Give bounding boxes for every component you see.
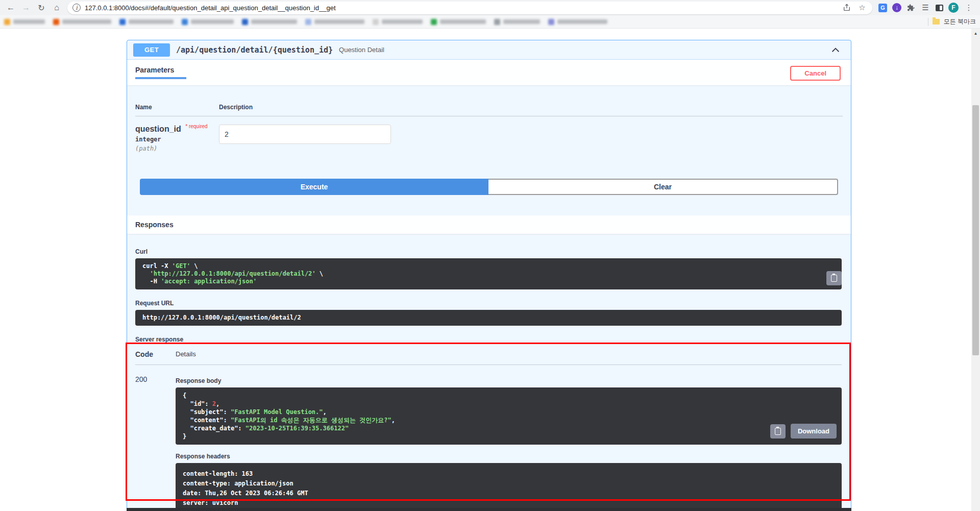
- status-code: 200: [135, 365, 176, 511]
- bookmark-title-blur: [62, 19, 111, 24]
- page-scrollbar[interactable]: ▲: [971, 29, 980, 511]
- bookmark-favicon-icon: [305, 19, 311, 25]
- browser-toolbar: ← → ↻ ⌂ i 127.0.0.1:8000/docs#/default/q…: [0, 0, 980, 15]
- bookmark-favicon-icon: [494, 19, 500, 25]
- translate-icon[interactable]: G: [878, 4, 887, 12]
- parameter-name: question_id: [135, 125, 181, 133]
- bookmarks-separator: [928, 18, 928, 26]
- bookmark-title-blur: [251, 19, 297, 24]
- bookmark-item[interactable]: [431, 19, 486, 25]
- downloads-icon[interactable]: ↓: [892, 3, 901, 12]
- all-bookmarks-label[interactable]: 모든 북마크: [944, 17, 976, 26]
- required-marker: * required: [185, 124, 207, 129]
- bookmark-title-blur: [191, 19, 234, 24]
- code-column-header: Code: [135, 350, 176, 365]
- bookmark-item[interactable]: [242, 19, 297, 25]
- response-details-cell: Response body { "id": 2, "subject": "Fas…: [176, 365, 842, 511]
- clipboard-icon: [775, 428, 781, 435]
- back-icon[interactable]: ←: [4, 1, 17, 14]
- scrollbar-up-arrow[interactable]: ▲: [971, 30, 980, 37]
- parameter-location: (path): [135, 145, 219, 152]
- bookmark-title-blur: [503, 19, 540, 24]
- collapse-chevron-icon[interactable]: [826, 43, 845, 57]
- opblock-summary[interactable]: GET /api/question/detail/{question_id} Q…: [127, 40, 851, 60]
- forward-icon[interactable]: →: [19, 1, 33, 14]
- responses-section-header: Responses: [127, 215, 851, 234]
- bookmark-favicon-icon: [431, 19, 437, 25]
- description-column-header: Description: [219, 104, 843, 116]
- details-column-header: Details: [176, 350, 842, 365]
- server-response-table: Code Details 200 Response body { "id": 2…: [135, 350, 842, 511]
- bookmark-favicon-icon: [4, 19, 10, 25]
- swagger-opblock-container: GET /api/question/detail/{question_id} Q…: [127, 40, 851, 511]
- bookmark-favicon-icon: [242, 19, 248, 25]
- bookmark-title-blur: [13, 19, 45, 24]
- bookmark-item[interactable]: [119, 19, 174, 25]
- address-bar[interactable]: i 127.0.0.1:8000/docs#/default/question_…: [67, 2, 872, 14]
- bookmark-favicon-icon: [53, 19, 59, 25]
- response-body-label: Response body: [176, 377, 842, 384]
- extensions-puzzle-icon[interactable]: [906, 4, 915, 12]
- extension-list-icon[interactable]: ☰: [920, 3, 930, 13]
- clear-button[interactable]: Clear: [488, 179, 838, 195]
- bookmark-title-blur: [314, 19, 364, 24]
- server-response-label: Server response: [135, 336, 842, 343]
- bookmark-title-blur: [557, 19, 607, 24]
- bookmarks-bar: 모든 북마크: [0, 15, 980, 29]
- profile-avatar[interactable]: F: [948, 3, 959, 13]
- bookmark-favicon-icon: [182, 19, 188, 25]
- bookmark-title-blur: [440, 19, 486, 24]
- side-panel-icon[interactable]: [936, 5, 943, 11]
- request-url-label: Request URL: [135, 300, 842, 307]
- endpoint-summary: Question Detail: [339, 46, 384, 54]
- scrollbar-thumb[interactable]: [972, 105, 979, 355]
- site-info-icon[interactable]: i: [72, 4, 81, 12]
- request-url-block: http://127.0.0.1:8000/api/question/detai…: [135, 310, 842, 326]
- bookmark-favicon-icon: [373, 19, 379, 25]
- download-button[interactable]: Download: [791, 424, 837, 439]
- bookmark-title-blur: [129, 19, 174, 24]
- curl-label: Curl: [135, 248, 842, 255]
- execute-button[interactable]: Execute: [140, 179, 488, 195]
- copy-curl-button[interactable]: [826, 271, 842, 285]
- clipboard-icon: [831, 275, 837, 282]
- parameter-name-cell: question_id * required integer (path): [135, 116, 219, 152]
- home-icon[interactable]: ⌂: [50, 1, 63, 14]
- question-id-input[interactable]: [219, 125, 391, 144]
- bookmark-title-blur: [382, 19, 423, 24]
- bookmark-item[interactable]: [548, 19, 607, 25]
- response-headers-label: Response headers: [176, 453, 842, 460]
- bookmark-items: [4, 19, 921, 25]
- copy-response-button[interactable]: [770, 424, 786, 439]
- bookmark-favicon-icon: [548, 19, 554, 25]
- bookmark-item[interactable]: [373, 19, 423, 25]
- bookmark-item[interactable]: [494, 19, 540, 25]
- all-bookmarks-folder-icon: [933, 19, 940, 25]
- parameters-area: Name Description question_id * required …: [127, 85, 851, 215]
- cancel-button[interactable]: Cancel: [790, 66, 841, 81]
- parameters-section-header: Parameters Cancel: [127, 60, 851, 85]
- bookmark-item[interactable]: [53, 19, 111, 25]
- url-text: 127.0.0.1:8000/docs#/default/question_de…: [85, 4, 839, 12]
- swagger-docs-page: GET /api/question/detail/{question_id} Q…: [0, 29, 980, 511]
- opblock-get: GET /api/question/detail/{question_id} Q…: [127, 40, 851, 511]
- response-headers-block: content-length: 163content-type: applica…: [176, 463, 842, 511]
- bookmark-item[interactable]: [4, 19, 45, 25]
- endpoint-path: /api/question/detail/{question_id}: [176, 45, 333, 55]
- bookmark-star-icon[interactable]: ☆: [857, 3, 867, 13]
- parameter-value-cell: [219, 116, 843, 152]
- menu-kebab-icon[interactable]: ⋮: [964, 3, 974, 13]
- response-body-block: { "id": 2, "subject": "FastAPI Model Que…: [176, 387, 842, 445]
- share-icon[interactable]: [843, 4, 851, 12]
- responses-inner: Curl curl -X 'GET' \ 'http://127.0.0.1:8…: [127, 234, 851, 511]
- parameter-type: integer: [135, 136, 219, 143]
- name-column-header: Name: [135, 104, 219, 116]
- bookmark-item[interactable]: [305, 19, 364, 25]
- method-badge: GET: [133, 43, 170, 57]
- next-code-block-peek: [127, 508, 851, 511]
- bookmark-item[interactable]: [182, 19, 234, 25]
- reload-icon[interactable]: ↻: [35, 1, 48, 14]
- execute-row: Execute Clear: [140, 179, 838, 195]
- tab-parameters[interactable]: Parameters: [135, 66, 174, 79]
- curl-code-block: curl -X 'GET' \ 'http://127.0.0.1:8000/a…: [135, 258, 842, 289]
